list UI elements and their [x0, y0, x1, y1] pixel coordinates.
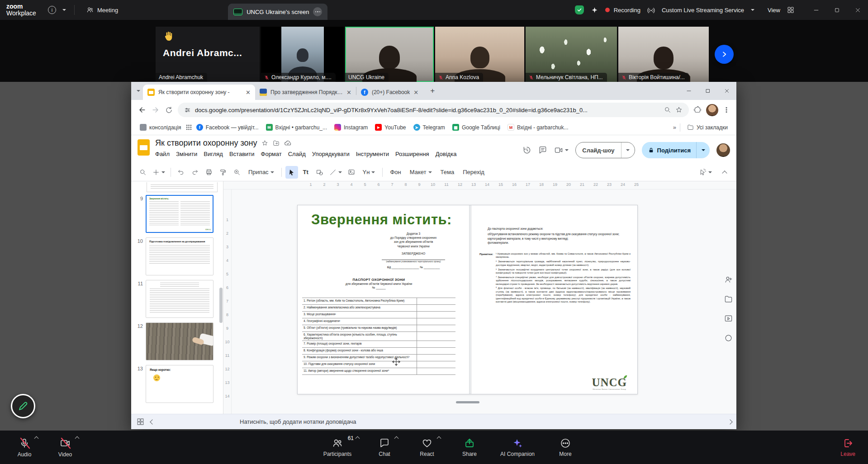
line-tool-icon[interactable]	[327, 166, 344, 179]
thumbnails-scrollbar[interactable]	[219, 288, 223, 323]
new-tab-button[interactable]: +	[427, 85, 438, 97]
video-panel-icon[interactable]	[724, 314, 733, 323]
bookmark-konsolidatsiia[interactable]: консолідація	[137, 123, 185, 132]
speaker-notes-bar[interactable]: Натисніть, щоб додати нотатки доповідача	[131, 414, 736, 429]
tab-close-icon[interactable]: ✕	[413, 90, 418, 95]
redo-icon[interactable]	[189, 166, 201, 179]
tab-options-icon[interactable]	[313, 7, 322, 16]
bookmark-youtube[interactable]: ▶YouTube	[372, 123, 409, 132]
all-bookmarks-button[interactable]: Усі закладки	[684, 123, 731, 132]
react-button[interactable]: React	[411, 431, 443, 464]
share-options-icon[interactable]	[696, 142, 710, 158]
video-tile-melnychuk[interactable]: Мельничук Світлана, НП...	[526, 27, 617, 82]
view-label[interactable]: View	[768, 7, 780, 14]
thumbnail-slide-12[interactable]	[146, 322, 213, 360]
tab-close-icon[interactable]: ✕	[346, 90, 351, 95]
thumbnail-slide-10[interactable]: Підготовка повідомлення на доопрацювання	[146, 237, 213, 275]
tab-shared-screen[interactable]: UNCG Ukraine's screen	[228, 4, 327, 20]
reload-icon[interactable]	[165, 106, 173, 114]
streaming-chevron-icon[interactable]	[751, 9, 754, 11]
select-tool-icon[interactable]	[285, 166, 298, 179]
star-icon[interactable]	[261, 140, 268, 147]
cloud-saved-icon[interactable]	[284, 139, 292, 147]
version-history-icon[interactable]	[522, 146, 531, 155]
bookmark-sheets[interactable]: ▦Google Таблиці	[449, 123, 503, 132]
maximize-button[interactable]	[826, 0, 847, 20]
browser-tab-law[interactable]: Про затвердження Порядку с ✕	[255, 85, 356, 100]
chevron-down-icon[interactable]	[62, 9, 66, 11]
chat-button[interactable]: Chat	[368, 431, 401, 464]
thumbnail-slide-8-partial[interactable]	[147, 182, 218, 192]
annotation-button[interactable]	[11, 394, 35, 418]
share-screen-button[interactable]: Share	[453, 431, 486, 464]
audio-options-chevron-icon[interactable]	[34, 436, 39, 441]
info-icon[interactable]: i	[48, 6, 56, 14]
video-tile-uncg-active-speaker[interactable]: UNCG Ukraine	[345, 27, 434, 82]
menu-item[interactable]: Змінити	[173, 149, 200, 159]
menu-item[interactable]: Слайд	[285, 149, 309, 159]
next-participants-button[interactable]	[715, 45, 734, 64]
bookmark-telegram[interactable]: ➤Telegram	[410, 123, 448, 132]
ai-companion-button[interactable]: AI Companion	[496, 431, 539, 464]
participants-chevron-icon[interactable]	[356, 436, 360, 441]
account-avatar[interactable]	[716, 143, 730, 157]
print-icon[interactable]	[203, 166, 215, 179]
misc-tool-dropdown[interactable]: Yн	[359, 166, 379, 179]
thumbnail-slide-13[interactable]: Якщо коротко:	[146, 365, 213, 403]
video-button[interactable]: Video	[49, 431, 81, 464]
insert-image-icon[interactable]	[345, 166, 358, 179]
menu-item[interactable]: Файл	[152, 149, 173, 159]
new-slide-button[interactable]	[151, 166, 167, 179]
thumbnail-slide-11[interactable]	[146, 280, 213, 318]
shape-icon[interactable]	[313, 166, 326, 179]
menu-item[interactable]: Формат	[258, 149, 285, 159]
participants-button[interactable]: 61 Participants	[317, 431, 358, 464]
browser-minimize-button[interactable]	[679, 82, 698, 100]
browser-tab-slides[interactable]: Як створити охоронну зону - ✕	[143, 85, 255, 100]
bookmark-mail-green[interactable]: ✉Вхідні • garbarchu_...	[263, 123, 330, 132]
menu-item[interactable]: Розширення	[392, 149, 432, 159]
undo-icon[interactable]	[175, 166, 187, 179]
thumbnail-slide-9-selected[interactable]: Звернення містить: UNCG	[146, 195, 213, 233]
search-menus-icon[interactable]	[137, 166, 149, 179]
browser-maximize-button[interactable]	[698, 82, 717, 100]
audio-button[interactable]: Audio	[8, 431, 41, 464]
speaker-notes-placeholder[interactable]: Натисніть, щоб додати нотатки доповідача	[240, 418, 356, 425]
browser-menu-kebab-icon[interactable]	[723, 106, 730, 114]
fit-zoom-dropdown[interactable]: Припас	[245, 166, 278, 179]
menu-item[interactable]: Упорядкувати	[309, 149, 353, 159]
sparkle-icon[interactable]	[591, 6, 598, 14]
collapse-filmstrip-icon[interactable]	[150, 419, 155, 424]
add-person-icon[interactable]	[724, 275, 733, 284]
search-lens-icon[interactable]	[664, 106, 671, 114]
record-circle-icon[interactable]	[724, 334, 733, 342]
streaming-service-label[interactable]: Custom Live Streaming Service	[662, 7, 744, 14]
tab-meeting[interactable]: Meeting	[83, 6, 122, 14]
move-folder-icon[interactable]	[273, 140, 280, 147]
bookmark-facebook[interactable]: fFacebook — увійдіт...	[193, 123, 262, 132]
extensions-puzzle-icon[interactable]	[693, 106, 702, 114]
menu-item[interactable]: Довідка	[432, 149, 460, 159]
folder-icon[interactable]	[724, 295, 733, 303]
leave-button[interactable]: Leave	[840, 431, 855, 464]
slideshow-button[interactable]: Слайд-шоу	[575, 142, 635, 158]
close-button[interactable]	[847, 0, 868, 20]
expand-right-icon[interactable]	[727, 419, 732, 424]
background-button[interactable]: Фон	[386, 166, 404, 179]
more-button[interactable]: More	[549, 431, 582, 464]
paint-format-icon[interactable]	[217, 166, 229, 179]
tab-search-icon[interactable]	[137, 90, 140, 92]
collapse-toolbar-icon[interactable]	[718, 166, 731, 179]
react-chevron-icon[interactable]	[437, 436, 441, 441]
video-options-chevron-icon[interactable]	[75, 436, 80, 441]
share-button[interactable]: Поділитися	[642, 142, 710, 158]
bookmark-gmail[interactable]: MВхідні - garbarchuk...	[504, 123, 572, 132]
slide-editor-canvas[interactable]: Звернення містить: Додаток 3до Порядку с…	[297, 205, 638, 394]
menu-item[interactable]: Вставити	[226, 149, 258, 159]
browser-close-button[interactable]	[717, 82, 736, 100]
zoom-icon[interactable]	[231, 166, 243, 179]
video-tile-andrei[interactable]: Andrei Abramc... Andrei Abramchuk	[156, 27, 260, 82]
theme-button[interactable]: Тема	[437, 166, 458, 179]
menu-item[interactable]: Інструменти	[353, 149, 392, 159]
browser-tab-facebook[interactable]: f (20+) Facebook ✕	[356, 85, 423, 100]
